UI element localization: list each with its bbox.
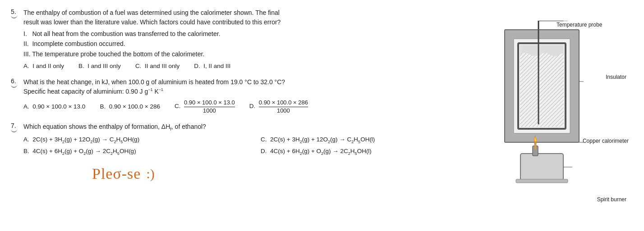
label-copper-cal: Copper calorimeter [583,138,629,144]
q7-number: 7. [11,122,21,132]
q5-number: 5. [11,8,21,18]
q7-optB: B. 4C(s) + 6H2(g) + O2(g) → 2C2H5OH(g) [23,146,247,157]
q5-roman-i: I. Not all heat from the combustion was … [23,29,484,39]
q6-number: 6. [11,77,21,88]
q7-text: Which equation shows the enthalpy of for… [23,122,484,132]
svg-rect-11 [520,154,563,181]
q5-answers: A. I and II only B. I and III only C. II… [23,63,484,69]
q7-optA: A. 2C(s) + 3H2(g) + 12O2(g) → C2H5OH(g) [23,135,247,145]
please-text: Pleσ-se [92,165,141,182]
label-insulator: Insulator [606,74,626,80]
q6-text: What is the heat change, in kJ, when 100… [23,77,484,96]
q5-text: The enthalpy of combustion of a fuel was… [23,8,484,27]
question-6: 6. What is the heat change, in kJ, when … [11,77,484,114]
q6-answers: A. 0.90 × 100.0 × 13.0 B. 0.90 × 100.0 ×… [23,99,484,114]
q6-optB: B. 0.90 × 100.0 × 286 [100,103,160,110]
label-spirit-burner: Spirit burner [597,196,626,203]
left-content: 5. The enthalpy of combustion of a fuel … [11,8,493,231]
q5-optA: A. I and II only [23,63,64,69]
q6-optA: A. 0.90 × 100.0 × 13.0 [23,103,85,110]
q5-roman-iii: III. The temperature probe touched the b… [23,49,484,59]
calorimeter-diagram [493,21,611,231]
svg-rect-15 [516,179,568,183]
svg-rect-13 [534,142,536,149]
q6-optD: D. 0.90 × 100.0 × 286 1000 [249,99,308,114]
q5-roman-ii: II. Incomplete combustion occurred. [23,39,484,49]
q7-optC: C. 2C(s) + 3H2(g) + 12O2(g) → C2H5OH(l) [261,135,484,145]
q7-answers: A. 2C(s) + 3H2(g) + 12O2(g) → C2H5OH(g) … [23,135,484,157]
q5-optC: C. II and III only [135,63,179,69]
question-5: 5. The enthalpy of combustion of a fuel … [11,8,484,69]
label-temp-probe: Temperature probe [557,22,602,28]
q5-optB: B. I and III only [78,63,121,69]
question-7: 7. Which equation shows the enthalpy of … [11,122,484,157]
q7-optD: D. 4C(s) + 6H2(g) + O2(g) → 2C2H5OH(l) [261,146,484,157]
right-diagram: Temperature probe Insulator Copper calor… [493,8,633,231]
q5-optD: D. I, II and III [194,63,230,69]
handwriting-text: Pleσ-se :) [92,165,484,182]
q5-roman-list: I. Not all heat from the combustion was … [23,29,484,59]
svg-rect-7 [520,45,564,127]
smiley-face: :) [146,166,154,181]
diagram-wrapper: Temperature probe Insulator Copper calor… [493,21,624,231]
q6-optC: C. 0.90 × 100.0 × 13.0 1000 [175,99,235,114]
